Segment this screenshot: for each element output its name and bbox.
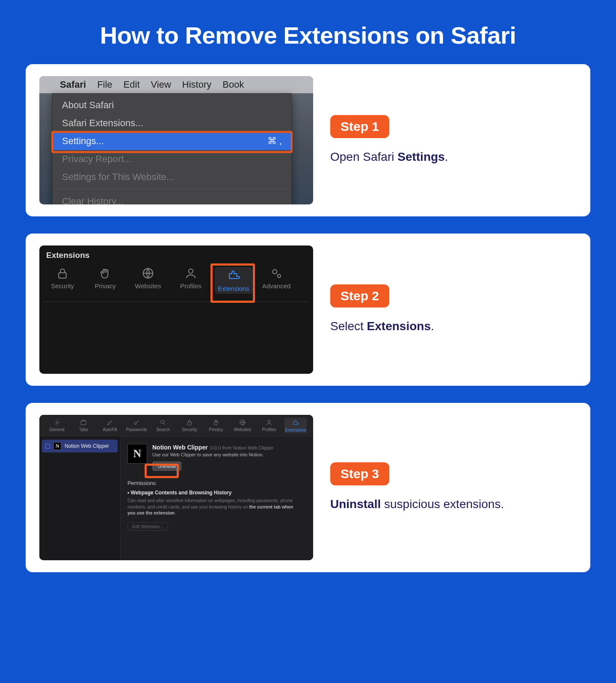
lock-icon [56,267,69,280]
hand-icon [212,419,220,426]
menu-item-settings-this-website[interactable]: Settings for This Website... [53,168,291,186]
screenshot-step-3: General Tabs AutoFill Passwords Search S… [39,415,313,560]
svg-point-7 [134,422,136,424]
tab-privacy[interactable]: Privacy [86,267,124,294]
hand-icon [99,267,112,280]
menu-item-settings[interactable]: Settings... ⌘ , [53,132,291,150]
tab-privacy[interactable]: Privacy [205,419,227,432]
globe-icon [142,267,154,280]
lock-icon [186,419,193,426]
tab-extensions[interactable]: Extensions [284,418,307,433]
pencil-icon [106,419,114,426]
permission-detail: Can read and alter sensitive information… [127,497,299,516]
menubar-item-safari[interactable]: Safari [60,79,86,90]
puzzle-icon [227,269,240,282]
tab-tabs[interactable]: Tabs [72,419,95,432]
extension-title: Notion Web Clipper [152,444,208,451]
tab-passwords[interactable]: Passwords [125,419,148,432]
svg-point-5 [56,422,58,423]
menubar-item-view[interactable]: View [151,79,171,90]
settings-tabs-row: Security Privacy Websites Profiles Exten… [44,267,309,302]
step-badge-3: Step 3 [330,462,389,485]
tab-profiles[interactable]: Profiles [172,267,210,294]
puzzle-icon [292,419,299,427]
sidebar-item-notion[interactable]: N Notion Web Clipper [42,440,118,452]
window-title: Extensions [46,251,89,260]
menu-item-clear-history[interactable]: Clear History... [53,189,291,204]
svg-point-4 [278,275,281,278]
key-icon [133,419,140,426]
menubar-item-file[interactable]: File [97,79,112,90]
svg-rect-6 [81,421,86,425]
safari-dropdown-menu: About Safari Safari Extensions... Settin… [52,93,292,204]
svg-point-2 [189,269,193,273]
gears-icon [270,267,283,280]
permission-item: Webpage Contents and Browsing History [127,490,306,496]
step-description-1: Open Safari Settings. [330,148,577,166]
person-icon [265,419,273,426]
screenshot-step-2: Extensions Security Privacy Websites Pro… [39,245,313,374]
menubar-item-bookmarks[interactable]: Book [222,79,244,90]
uninstall-button[interactable]: Uninstall [152,461,181,471]
tab-websites[interactable]: Websites [129,267,167,294]
checkbox[interactable] [45,444,50,449]
tab-websites[interactable]: Websites [231,419,254,432]
settings-top-tabs: General Tabs AutoFill Passwords Search S… [39,415,313,436]
person-icon [184,267,197,280]
svg-point-3 [272,269,277,274]
notion-logo-icon: N [127,444,147,464]
globe-icon [239,419,246,426]
tab-profiles[interactable]: Profiles [258,419,280,432]
step-badge-2: Step 2 [330,284,389,307]
menu-item-privacy-report[interactable]: Privacy Report... [53,150,291,168]
tab-extensions[interactable]: Extensions [215,267,252,294]
tab-autofill[interactable]: AutoFill [99,419,121,432]
step-card-1: Safari File Edit View History Book About… [26,64,590,216]
menu-item-safari-extensions[interactable]: Safari Extensions... [53,114,291,132]
step-card-2: Extensions Security Privacy Websites Pro… [26,234,590,386]
svg-rect-9 [187,422,191,425]
menubar-item-history[interactable]: History [182,79,211,90]
extensions-sidebar: N Notion Web Clipper [39,436,121,560]
tab-security[interactable]: Security [178,419,201,432]
tabs-icon [80,419,87,426]
extension-version: 0.0.0 from Notion Web Clipper [210,445,274,450]
page-title: How to Remove Extensions on Safari [26,21,590,49]
gear-icon [53,419,61,426]
svg-point-11 [268,420,270,423]
tab-search[interactable]: Search [152,419,174,432]
svg-rect-0 [59,273,66,278]
permissions-label: Permissions: [127,480,306,486]
tab-security[interactable]: Security [44,267,81,294]
edit-websites-button[interactable]: Edit Websites... [127,522,168,531]
tab-general[interactable]: General [46,419,68,432]
step-card-3: General Tabs AutoFill Passwords Search S… [26,403,590,572]
extension-detail-pane: N Notion Web Clipper0.0.0 from Notion We… [121,436,313,560]
svg-point-8 [161,420,164,424]
menu-item-about-safari[interactable]: About Safari [53,96,291,114]
step-badge-1: Step 1 [330,115,389,138]
step-description-3: Uninstall suspicious extensions. [330,496,577,513]
notion-logo-icon: N [53,442,61,450]
shortcut-label: ⌘ , [267,136,282,147]
tab-advanced[interactable]: Advanced [258,267,295,294]
extension-subtitle: Use our Web Clipper to save any website … [152,452,273,457]
step-description-2: Select Extensions. [330,318,577,335]
mac-menubar: Safari File Edit View History Book [39,76,313,93]
screenshot-step-1: Safari File Edit View History Book About… [39,76,313,204]
menubar-item-edit[interactable]: Edit [124,79,140,90]
search-icon [159,419,167,426]
